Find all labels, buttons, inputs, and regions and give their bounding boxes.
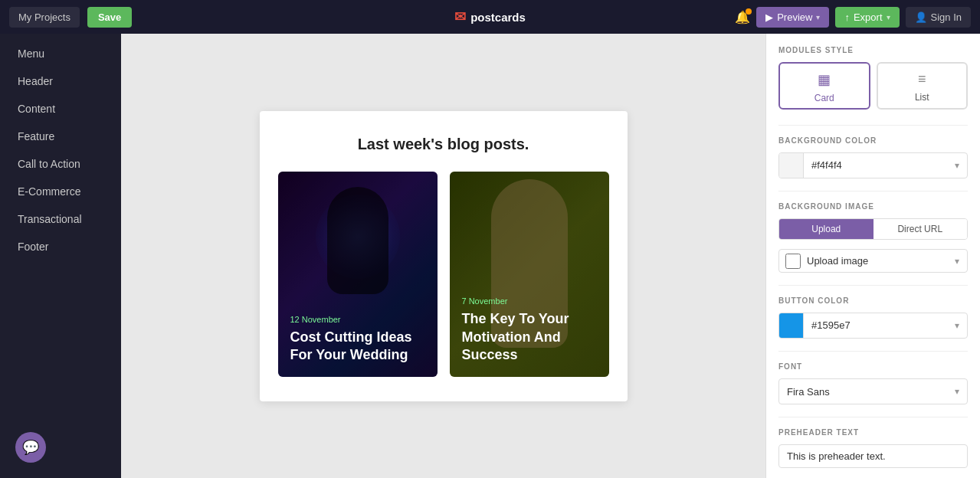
blog-card-1-date: 12 November bbox=[290, 315, 425, 324]
font-chevron-icon[interactable]: ▾ bbox=[955, 386, 959, 397]
logo-text: postcards bbox=[470, 11, 526, 24]
bg-color-label: BACKGROUND COLOR bbox=[778, 136, 968, 145]
blog-card-2-content: 7 November The Key To Your Motivation An… bbox=[450, 284, 609, 376]
user-icon: 👤 bbox=[915, 11, 927, 23]
list-icon: ≡ bbox=[918, 71, 926, 87]
btn-color-chevron-icon[interactable]: ▾ bbox=[947, 320, 967, 331]
notification-button[interactable]: 🔔 bbox=[735, 10, 750, 25]
sidebar-item-transactional[interactable]: Transactional bbox=[0, 205, 121, 233]
blog-card-2-date: 7 November bbox=[462, 296, 597, 306]
blog-card-1-content: 12 November Cost Cutting Ideas For Your … bbox=[278, 303, 438, 377]
font-select-row[interactable]: Fira Sans ▾ bbox=[778, 378, 968, 404]
topnav: My Projects Save ✉ postcards 🔔 ▶ Preview… bbox=[0, 0, 980, 34]
sidebar-item-footer[interactable]: Footer bbox=[0, 233, 121, 260]
list-style-button[interactable]: ≡ List bbox=[877, 62, 969, 110]
btn-color-value: #1595e7 bbox=[804, 313, 947, 338]
divider-1 bbox=[778, 125, 968, 126]
font-value: Fira Sans bbox=[787, 386, 955, 398]
btn-color-label: BUTTON COLOR bbox=[778, 296, 968, 305]
preheader-label: PREHEADER TEXT bbox=[778, 428, 968, 437]
bg-color-row[interactable]: #f4f4f4 ▾ bbox=[778, 152, 968, 178]
chat-button[interactable]: 💬 bbox=[15, 432, 46, 463]
logo-icon: ✉ bbox=[454, 8, 466, 25]
export-label: Export bbox=[854, 11, 883, 23]
module-style-row: ▦ Card ≡ List bbox=[778, 62, 968, 110]
font-label: FONT bbox=[778, 362, 968, 371]
right-panel: MODULES STYLE ▦ Card ≡ List BACKGROUND C… bbox=[765, 34, 980, 478]
bg-color-chevron-icon[interactable]: ▾ bbox=[947, 160, 967, 171]
card-icon: ▦ bbox=[818, 71, 831, 88]
sidebar-item-menu[interactable]: Menu bbox=[0, 40, 121, 67]
preheader-input[interactable] bbox=[778, 444, 968, 468]
export-button[interactable]: ↑ Export ▾ bbox=[835, 7, 899, 28]
preview-icon: ▶ bbox=[765, 11, 773, 23]
sidebar-item-header[interactable]: Header bbox=[0, 67, 121, 95]
upload-toggle-button[interactable]: Upload bbox=[779, 219, 873, 239]
notification-dot bbox=[746, 8, 752, 15]
sidebar-item-cta[interactable]: Call to Action bbox=[0, 150, 121, 178]
divider-3 bbox=[778, 285, 968, 286]
divider-5 bbox=[778, 417, 968, 417]
divider-2 bbox=[778, 191, 968, 192]
list-label: List bbox=[915, 92, 929, 103]
preview-button[interactable]: ▶ Preview ▾ bbox=[756, 7, 829, 28]
main-layout: Menu Header Content Feature Call to Acti… bbox=[0, 34, 980, 478]
signin-button[interactable]: 👤 Sign In bbox=[906, 7, 971, 28]
upload-image-checkbox[interactable] bbox=[785, 254, 801, 269]
blog-card-1-title: Cost Cutting Ideas For Your Wedding bbox=[290, 329, 425, 365]
blog-card-1[interactable]: 12 November Cost Cutting Ideas For Your … bbox=[278, 172, 438, 377]
btn-color-row[interactable]: #1595e7 ▾ bbox=[778, 313, 968, 339]
sidebar-item-content[interactable]: Content bbox=[0, 95, 121, 123]
person-silhouette bbox=[327, 187, 388, 294]
save-button[interactable]: Save bbox=[87, 7, 132, 28]
modules-style-label: MODULES STYLE bbox=[778, 46, 968, 54]
bg-image-label: BACKGROUND IMAGE bbox=[778, 202, 968, 211]
logo: ✉ postcards bbox=[454, 8, 526, 25]
my-projects-button[interactable]: My Projects bbox=[9, 7, 80, 28]
bg-color-value: #f4f4f4 bbox=[804, 153, 947, 178]
btn-color-swatch bbox=[779, 313, 804, 338]
signin-label: Sign In bbox=[931, 11, 962, 23]
direct-url-toggle-button[interactable]: Direct URL bbox=[873, 219, 968, 239]
preview-chevron: ▾ bbox=[816, 13, 820, 21]
blog-card-2[interactable]: 7 November The Key To Your Motivation An… bbox=[450, 172, 609, 377]
upload-chevron-icon[interactable]: ▾ bbox=[947, 256, 967, 267]
card-label: Card bbox=[814, 93, 834, 103]
export-icon: ↑ bbox=[844, 11, 850, 23]
bg-image-toggle: Upload Direct URL bbox=[778, 218, 968, 240]
upload-image-row[interactable]: Upload image ▾ bbox=[778, 249, 968, 273]
email-title: Last week's blog posts. bbox=[278, 136, 609, 153]
export-chevron: ▾ bbox=[887, 13, 890, 21]
sidebar: Menu Header Content Feature Call to Acti… bbox=[0, 34, 121, 478]
blog-cards-container: 12 November Cost Cutting Ideas For Your … bbox=[278, 172, 609, 377]
blog-card-2-title: The Key To Your Motivation And Success bbox=[462, 310, 597, 364]
card-style-button[interactable]: ▦ Card bbox=[778, 62, 870, 110]
upload-image-label: Upload image bbox=[807, 250, 947, 272]
divider-4 bbox=[778, 351, 968, 352]
bg-color-swatch bbox=[779, 153, 804, 178]
chat-icon: 💬 bbox=[22, 439, 39, 456]
sidebar-item-feature[interactable]: Feature bbox=[0, 123, 121, 150]
preview-label: Preview bbox=[777, 11, 812, 23]
canvas-area: Last week's blog posts. 12 November Cost… bbox=[121, 34, 765, 478]
email-preview-card: Last week's blog posts. 12 November Cost… bbox=[260, 111, 628, 401]
sidebar-item-ecommerce[interactable]: E-Commerce bbox=[0, 178, 121, 205]
